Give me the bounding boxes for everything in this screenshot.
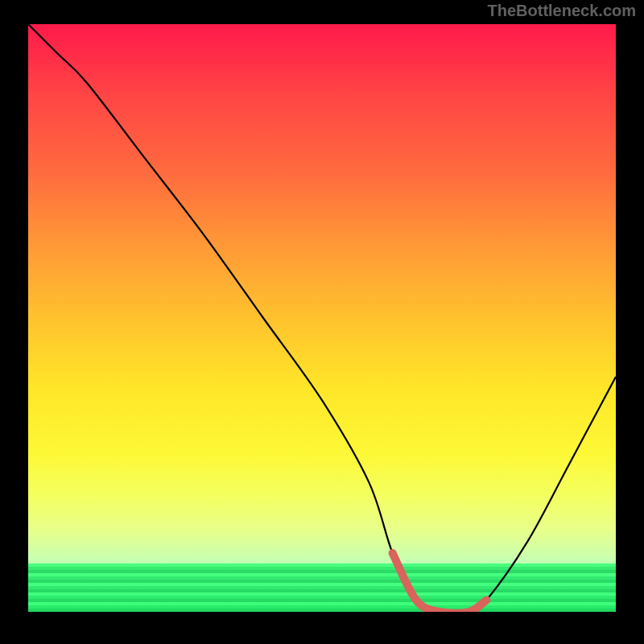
watermark-text: TheBottleneck.com	[488, 2, 636, 20]
bottleneck-curve-line	[28, 24, 616, 612]
highlight-segment	[393, 553, 487, 612]
chart-plot-area	[28, 24, 616, 612]
chart-curve-svg	[28, 24, 616, 612]
